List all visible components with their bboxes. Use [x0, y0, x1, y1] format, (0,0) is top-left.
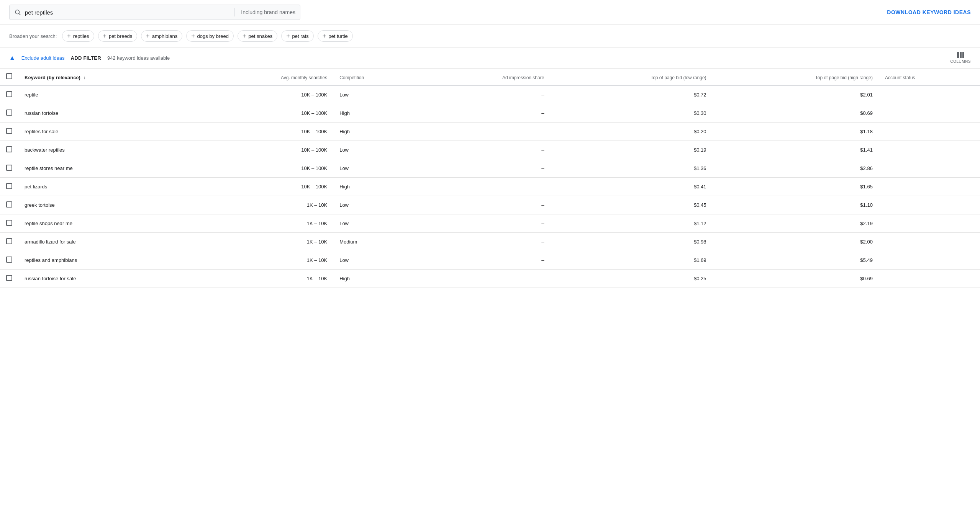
table-row: pet lizards 10K – 100K High – $0.41 $1.6… — [0, 178, 980, 196]
broaden-search-area: Broaden your search: +reptiles+pet breed… — [0, 25, 980, 47]
cell-ad-impression: – — [421, 104, 550, 123]
select-all-checkbox[interactable] — [6, 73, 12, 79]
search-icon — [14, 9, 21, 16]
table-row: armadillo lizard for sale 1K – 10K Mediu… — [0, 233, 980, 251]
cell-top-bid-high: $0.69 — [713, 104, 879, 123]
row-checkbox[interactable] — [6, 201, 12, 208]
row-checkbox[interactable] — [6, 165, 12, 171]
cell-avg-monthly: 10K – 100K — [193, 85, 333, 104]
cell-keyword: armadillo lizard for sale — [18, 233, 193, 251]
cell-top-bid-low: $0.25 — [550, 270, 712, 288]
cell-top-bid-high: $2.86 — [713, 159, 879, 178]
cell-account-status — [879, 159, 980, 178]
row-checkbox[interactable] — [6, 183, 12, 189]
table-row: reptiles for sale 10K – 100K High – $0.2… — [0, 123, 980, 141]
plus-icon: + — [146, 33, 149, 39]
broaden-chip[interactable]: +pet turtle — [318, 30, 353, 42]
cell-account-status — [879, 233, 980, 251]
cell-competition: High — [333, 178, 421, 196]
cell-competition: Low — [333, 85, 421, 104]
cell-competition: Low — [333, 196, 421, 214]
row-checkbox-cell[interactable] — [0, 123, 18, 141]
plus-icon: + — [67, 33, 70, 39]
row-checkbox-cell[interactable] — [0, 141, 18, 159]
broaden-chip[interactable]: +reptiles — [62, 30, 94, 42]
cell-ad-impression: – — [421, 214, 550, 233]
svg-line-1 — [19, 13, 20, 15]
add-filter-button[interactable]: ADD FILTER — [71, 55, 101, 61]
cell-keyword: reptile shops near me — [18, 214, 193, 233]
header-account-status[interactable]: Account status — [879, 69, 980, 85]
filter-bar: ▲ Exclude adult ideas ADD FILTER 942 key… — [0, 47, 980, 69]
exclude-adult-button[interactable]: Exclude adult ideas — [21, 55, 65, 61]
row-checkbox[interactable] — [6, 91, 12, 97]
plus-icon: + — [191, 33, 195, 39]
row-checkbox-cell[interactable] — [0, 85, 18, 104]
header-avg-monthly[interactable]: Avg. monthly searches — [193, 69, 333, 85]
keywords-table: Keyword (by relevance) ↓ Avg. monthly se… — [0, 69, 980, 288]
header-keyword[interactable]: Keyword (by relevance) ↓ — [18, 69, 193, 85]
cell-ad-impression: – — [421, 141, 550, 159]
header-top-bid-high[interactable]: Top of page bid (high range) — [713, 69, 879, 85]
broaden-chip[interactable]: +dogs by breed — [186, 30, 234, 42]
row-checkbox[interactable] — [6, 128, 12, 134]
cell-avg-monthly: 10K – 100K — [193, 141, 333, 159]
row-checkbox-cell[interactable] — [0, 270, 18, 288]
row-checkbox-cell[interactable] — [0, 104, 18, 123]
broaden-chip[interactable]: +pet rats — [281, 30, 314, 42]
row-checkbox-cell[interactable] — [0, 178, 18, 196]
columns-button[interactable]: COLUMNS — [950, 52, 971, 64]
broaden-chip-label: pet snakes — [248, 33, 272, 39]
cell-account-status — [879, 141, 980, 159]
broaden-chip-label: pet breeds — [109, 33, 132, 39]
row-checkbox-cell[interactable] — [0, 196, 18, 214]
broaden-chip[interactable]: +pet breeds — [98, 30, 138, 42]
row-checkbox[interactable] — [6, 146, 12, 152]
table-row: russian tortoise 10K – 100K High – $0.30… — [0, 104, 980, 123]
cell-avg-monthly: 10K – 100K — [193, 123, 333, 141]
plus-icon: + — [243, 33, 246, 39]
header-competition[interactable]: Competition — [333, 69, 421, 85]
row-checkbox[interactable] — [6, 110, 12, 116]
columns-label: COLUMNS — [950, 59, 971, 64]
download-keyword-ideas-button[interactable]: DOWNLOAD KEYWORD IDEAS — [887, 9, 971, 15]
cell-competition: Low — [333, 141, 421, 159]
header-top-bid-low[interactable]: Top of page bid (low range) — [550, 69, 712, 85]
broaden-chip-label: pet rats — [292, 33, 309, 39]
cell-top-bid-high: $0.69 — [713, 270, 879, 288]
select-all-checkbox-cell[interactable] — [0, 69, 18, 85]
sort-arrow-keyword: ↓ — [84, 75, 86, 80]
cell-top-bid-low: $0.72 — [550, 85, 712, 104]
search-bar-area: pet reptiles Including brand names DOWNL… — [0, 0, 980, 25]
cell-top-bid-low: $0.30 — [550, 104, 712, 123]
cell-keyword: reptile stores near me — [18, 159, 193, 178]
cell-account-status — [879, 251, 980, 270]
cell-top-bid-high: $2.19 — [713, 214, 879, 233]
row-checkbox[interactable] — [6, 238, 12, 244]
row-checkbox-cell[interactable] — [0, 159, 18, 178]
header-ad-impression[interactable]: Ad impression share — [421, 69, 550, 85]
cell-ad-impression: – — [421, 159, 550, 178]
row-checkbox[interactable] — [6, 220, 12, 226]
broaden-chip-label: pet turtle — [328, 33, 348, 39]
cell-account-status — [879, 123, 980, 141]
cell-ad-impression: – — [421, 251, 550, 270]
cell-avg-monthly: 10K – 100K — [193, 104, 333, 123]
cell-top-bid-high: $1.10 — [713, 196, 879, 214]
cell-avg-monthly: 1K – 10K — [193, 214, 333, 233]
search-input-wrapper[interactable]: pet reptiles Including brand names — [9, 5, 300, 20]
row-checkbox-cell[interactable] — [0, 214, 18, 233]
cell-account-status — [879, 214, 980, 233]
broaden-chip[interactable]: +pet snakes — [238, 30, 277, 42]
table-row: reptile stores near me 10K – 100K Low – … — [0, 159, 980, 178]
row-checkbox-cell[interactable] — [0, 251, 18, 270]
broaden-chip[interactable]: +amphibians — [141, 30, 182, 42]
cell-account-status — [879, 104, 980, 123]
row-checkbox-cell[interactable] — [0, 233, 18, 251]
row-checkbox[interactable] — [6, 275, 12, 281]
cell-keyword: greek tortoise — [18, 196, 193, 214]
cell-avg-monthly: 10K – 100K — [193, 159, 333, 178]
row-checkbox[interactable] — [6, 257, 12, 263]
cell-keyword: reptile — [18, 85, 193, 104]
cell-top-bid-high: $1.65 — [713, 178, 879, 196]
